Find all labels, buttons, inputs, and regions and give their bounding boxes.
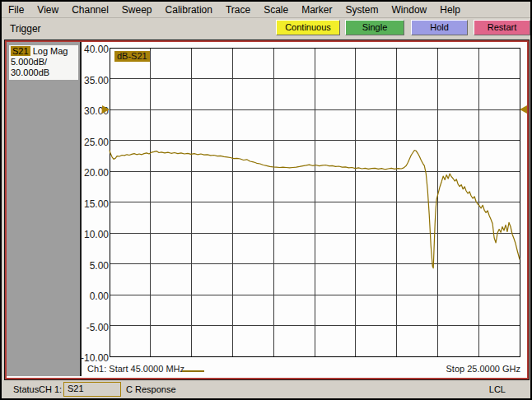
menu-help[interactable]: Help <box>433 2 467 16</box>
y-tick-label: -10.00 <box>80 352 109 364</box>
continuous-button[interactable]: Continuous <box>276 20 340 35</box>
trace-format: Log Mag <box>33 46 68 56</box>
trigger-toolbar: Trigger ContinuousSingleHoldRestart <box>2 18 530 39</box>
restart-button[interactable]: Restart <box>474 20 530 35</box>
menu-system[interactable]: System <box>339 2 385 16</box>
menu-trace[interactable]: Trace <box>219 2 257 16</box>
y-tick-label: 0.00 <box>80 291 109 302</box>
correction-status: C Response <box>126 384 176 394</box>
trigger-toolbar-label: Trigger <box>10 23 41 35</box>
menu-sweep[interactable]: Sweep <box>115 2 159 16</box>
menu-marker[interactable]: Marker <box>295 2 338 16</box>
hold-button[interactable]: Hold <box>411 20 468 35</box>
menu-window[interactable]: Window <box>385 2 434 16</box>
status-bar: Status CH 1: S21 C Response LCL <box>2 380 530 398</box>
status-label: Status <box>13 384 39 394</box>
trace-name-badge: S21 <box>11 46 30 56</box>
y-tick-label: 5.00 <box>80 260 109 272</box>
y-tick-label: 30.00 <box>80 105 109 117</box>
menu-bar: FileViewChannelSweepCalibrationTraceScal… <box>2 2 530 18</box>
y-tick-label: 20.00 <box>80 167 109 179</box>
analyzer-window: FileViewChannelSweepCalibrationTraceScal… <box>2 2 530 398</box>
stop-frequency-label: Stop 25.0000 GHz <box>446 364 520 374</box>
trace-reference: 30.000dB <box>11 67 78 78</box>
trace-status-sidebar: S21 Log Mag 5.000dB/ 30.000dB <box>7 42 82 376</box>
trace-color-key <box>182 370 204 372</box>
lcl-indicator: LCL <box>489 384 506 394</box>
trace-label-tag[interactable]: dB-S21 <box>114 51 150 62</box>
y-tick-label: 40.00 <box>80 44 109 55</box>
y-tick-label: 25.00 <box>80 137 109 148</box>
measurement-box[interactable]: S21 <box>63 382 121 397</box>
single-button[interactable]: Single <box>345 20 404 35</box>
y-tick-label: 10.00 <box>80 229 109 240</box>
start-frequency-label: Ch1: Start 45.0000 MHz <box>87 364 184 374</box>
y-tick-label: -5.00 <box>80 322 109 333</box>
menu-scale[interactable]: Scale <box>257 2 295 16</box>
menu-calibration[interactable]: Calibration <box>159 2 219 16</box>
menu-view[interactable]: View <box>30 2 65 16</box>
menu-file[interactable]: File <box>2 2 30 16</box>
channel-label: CH 1: <box>39 384 62 394</box>
trace-scale: 5.000dB/ <box>11 57 78 67</box>
menu-channel[interactable]: Channel <box>65 2 115 16</box>
trace-status-panel[interactable]: S21 Log Mag 5.000dB/ 30.000dB <box>9 45 78 80</box>
y-tick-label: 35.00 <box>80 75 109 86</box>
y-tick-label: 15.00 <box>80 198 109 210</box>
